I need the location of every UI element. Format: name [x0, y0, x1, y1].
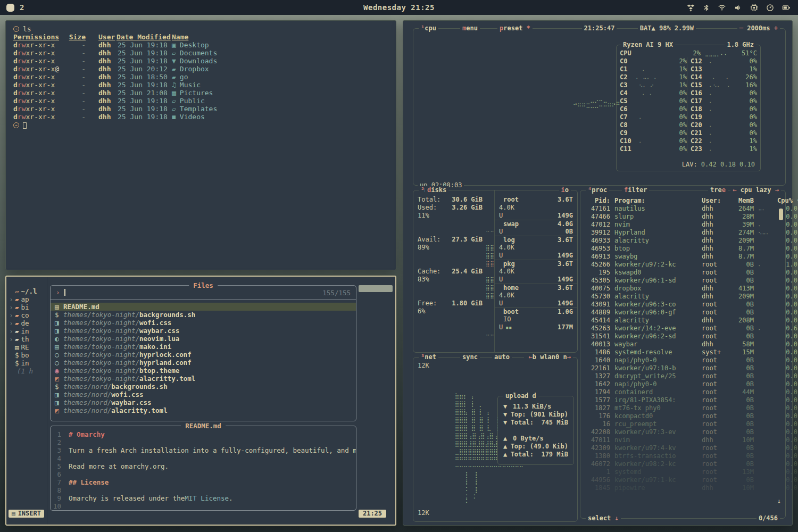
folder-icon: ▰: [172, 65, 176, 73]
net-auto-option[interactable]: auto: [492, 353, 512, 361]
file-picker-item[interactable]: ◨ themes/nord/ wofi.css: [51, 390, 356, 398]
chevron-right-icon[interactable]: ›: [9, 303, 14, 311]
column-header-pid[interactable]: Pid:: [586, 197, 610, 205]
disk-value: 3.6T: [558, 196, 573, 204]
file-name: wofi.css: [139, 319, 171, 327]
chevron-right-icon[interactable]: ›: [9, 295, 14, 303]
dropbox-icon[interactable]: [687, 4, 695, 12]
file-tree-item[interactable]: $ bo: [9, 351, 46, 359]
file-picker-item[interactable]: ○ themes/tokyo-night/ hyprland.conf: [51, 359, 356, 367]
preset-button[interactable]: preset *: [497, 24, 533, 32]
up-arrow-icon: ▲: [503, 443, 511, 451]
file-tree-label[interactable]: co: [21, 311, 29, 319]
file-tree-item[interactable]: (1 h: [9, 367, 46, 375]
chevron-right-icon[interactable]: ›: [9, 335, 14, 343]
process-cpu-percent: 0.0: [777, 396, 797, 404]
file-tree-item[interactable]: ▤ RE: [9, 343, 46, 351]
column-header-user[interactable]: User:: [702, 197, 726, 205]
scrollbar-thumb[interactable]: [359, 285, 393, 292]
terminal-window[interactable]: → ls Permissions Size User Date Modified…: [5, 20, 396, 270]
column-header-mem[interactable]: MemB: [730, 197, 754, 205]
ls-size: -: [73, 89, 86, 97]
file-picker-item[interactable]: ◐ themes/tokyo-night/ neovim.lua: [51, 335, 356, 343]
cpu-icon[interactable]: [750, 4, 758, 12]
column-header-cpu[interactable]: Cpu% ↑: [777, 197, 797, 205]
file-picker-item[interactable]: ◨ themes/tokyo-night/ wofi.css: [51, 319, 356, 327]
file-tree-label[interactable]: bo: [21, 351, 29, 359]
file-tree-item[interactable]: › ▰ in: [9, 327, 46, 335]
file-directory: themes/tokyo-night/: [63, 351, 139, 359]
process-user: syst+: [702, 348, 726, 356]
file-tree-item[interactable]: › ▰ ap: [9, 295, 46, 303]
net-sync-option[interactable]: sync: [460, 353, 480, 361]
memory-stat-value: 1.80 GiB: [444, 300, 483, 307]
file-tree-label[interactable]: th: [21, 335, 29, 343]
gauge-icon[interactable]: [766, 4, 774, 12]
file-tree-item[interactable]: ▱ ~/.l: [9, 287, 46, 295]
wifi-icon[interactable]: [718, 4, 726, 11]
chevron-right-icon[interactable]: ›: [9, 327, 14, 335]
chevron-right-icon[interactable]: ›: [9, 319, 14, 327]
column-header-program[interactable]: Program:: [614, 197, 697, 205]
process-cpu-graph: [758, 253, 773, 261]
menu-button[interactable]: menu: [460, 24, 480, 32]
file-tree-sidebar[interactable]: ▱ ~/.l › ▰ ap › ▰ bi › ▰: [9, 287, 46, 375]
file-picker-item[interactable]: ○ themes/tokyo-night/ hyprlock.conf: [51, 351, 356, 359]
network-panel-title[interactable]: ³net: [419, 353, 438, 361]
file-tree-label[interactable]: RE: [21, 343, 29, 351]
ls-date: 25 Jun 18:50: [117, 73, 172, 81]
file-picker-item[interactable]: ◩ themes/nord/ alacritty.toml: [51, 406, 356, 414]
select-control[interactable]: select ↓: [586, 514, 621, 522]
process-cpu-graph: [758, 269, 773, 277]
process-cpu-percent: 0.0: [777, 444, 797, 452]
process-cpu-graph: [758, 301, 773, 309]
file-picker-item[interactable]: ◉ themes/tokyo-night/ btop.theme: [51, 367, 356, 375]
net-interface-switcher[interactable]: ←b wlan0 n→: [526, 353, 573, 361]
battery-icon[interactable]: [782, 4, 791, 12]
ls-user: dhh: [86, 49, 117, 57]
file-tree-label[interactable]: in: [21, 327, 29, 335]
chevron-right-icon[interactable]: ›: [9, 311, 14, 319]
file-picker-item[interactable]: ▤ README.md: [51, 303, 356, 311]
process-name: nautilus: [614, 205, 697, 213]
cpu-panel-title[interactable]: ¹cpu: [419, 24, 438, 32]
file-picker-item[interactable]: $ themes/tokyo-night/ backgrounds.sh: [51, 311, 356, 319]
file-tree-label[interactable]: bi: [21, 303, 29, 311]
refresh-rate-control[interactable]: ─ 2000ms +: [737, 24, 780, 32]
process-cpu-graph: [758, 285, 773, 293]
disks-title[interactable]: disks: [425, 186, 448, 194]
file-tree-label[interactable]: ~/.l: [21, 287, 37, 295]
volume-icon[interactable]: [734, 4, 742, 12]
disk-row: 4.0K: [495, 268, 577, 276]
file-tree-label[interactable]: (1 h: [17, 367, 33, 375]
file-tree-item[interactable]: › ▰ bi: [9, 303, 46, 311]
file-picker-item[interactable]: ◩ themes/tokyo-night/ alacritty.toml: [51, 375, 356, 383]
btop-window[interactable]: ¹cpu menu preset * 21:25:47 BAT▲ 98% 2.9…: [403, 20, 793, 526]
file-tree-item[interactable]: › ▰ de: [9, 319, 46, 327]
file-picker-item[interactable]: $ themes/nord/ backgrounds.sh: [51, 383, 356, 390]
file-tree-label[interactable]: de: [21, 319, 29, 327]
process-panel-title[interactable]: ⁴proc: [586, 186, 609, 194]
filter-button[interactable]: filter: [622, 186, 649, 194]
file-tree-item[interactable]: › ▰ th: [9, 335, 46, 343]
file-tree-item[interactable]: $ in: [9, 359, 46, 367]
neovim-window[interactable]: ▱ ~/.l › ▰ ap › ▰ bi › ▰: [5, 276, 396, 526]
file-directory: themes/tokyo-night/: [63, 311, 139, 319]
sort-column-selector[interactable]: ← cpu lazy →: [730, 186, 781, 194]
terminal-cursor[interactable]: [23, 122, 27, 129]
process-cpu-percent: 0.0: [777, 245, 797, 253]
workspace-number[interactable]: 2: [20, 3, 24, 12]
tree-toggle[interactable]: tree: [708, 186, 728, 194]
process-scrollbar-thumb[interactable]: [779, 209, 783, 220]
file-tree-label[interactable]: ap: [21, 295, 29, 303]
workspace-indicator[interactable]: 2: [6, 3, 24, 12]
file-tree-item[interactable]: › ▰ co: [9, 311, 46, 319]
scroll-down-arrow[interactable]: ↓: [777, 497, 781, 505]
file-picker-item[interactable]: ◨ themes/nord/ waybar.css: [51, 398, 356, 406]
bluetooth-icon[interactable]: [703, 4, 710, 12]
net-io-box: upload d ▼ 11.3 KiB/s ▼ Top: (901 Kibp): [497, 396, 574, 465]
file-picker-item[interactable]: ◨ themes/tokyo-night/ waybar.css: [51, 327, 356, 335]
file-picker-item[interactable]: ▤ themes/tokyo-night/ mako.ini: [51, 343, 356, 351]
workspace-icon[interactable]: [6, 4, 14, 12]
file-tree-label[interactable]: in: [21, 359, 29, 367]
